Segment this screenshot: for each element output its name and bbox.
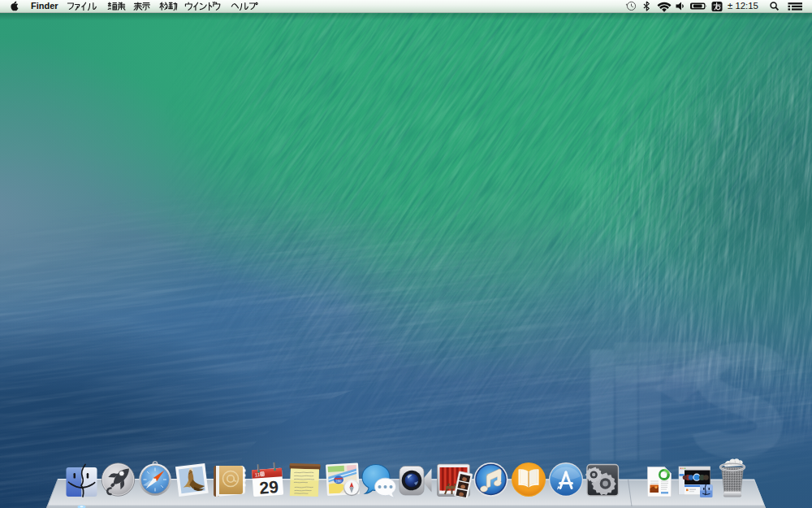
svg-text:Finder: Finder	[31, 1, 58, 11]
svg-text:± 12:15: ± 12:15	[728, 1, 758, 11]
